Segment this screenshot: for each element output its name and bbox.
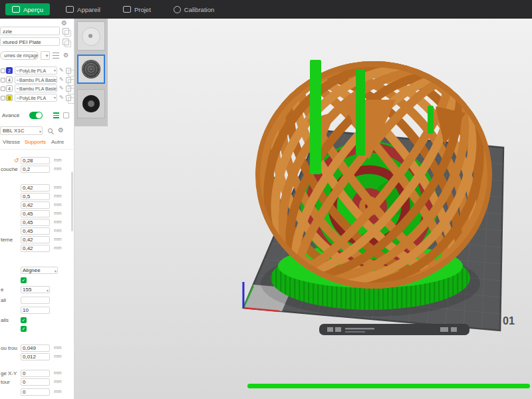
filament-chip[interactable]: 4 — [6, 76, 13, 83]
tab-calibration[interactable]: Calibration — [167, 3, 221, 15]
checkbox-checked-icon[interactable] — [21, 277, 27, 283]
advanced-row: Avancé — [0, 112, 74, 120]
filament-chip[interactable]: 4 — [6, 85, 13, 92]
plate-type-select[interactable]: xtured PEI Plate — [0, 37, 60, 46]
edit-filament-icon[interactable]: ✎ — [59, 86, 64, 91]
param-field[interactable]: 0,42 — [21, 236, 50, 243]
nozzle-select[interactable]: zzle — [0, 27, 60, 35]
plate-thumb-1[interactable] — [77, 21, 105, 51]
param-tabs: Vitesse Supports Autre — [0, 139, 74, 148]
process-settings-icon[interactable]: ⚙ — [58, 127, 64, 134]
filament-chip[interactable]: 2 — [6, 67, 13, 74]
param-field[interactable]: 0,42 — [21, 184, 50, 192]
param-unit: mm — [54, 237, 62, 241]
support-style-select[interactable]: Alignée — [21, 267, 58, 274]
param-unit: mm — [54, 219, 62, 224]
filament-tool-icon[interactable] — [1, 78, 5, 82]
checkbox-checked-icon[interactable] — [21, 317, 27, 323]
param-label: tour — [1, 379, 20, 385]
preview-icon — [12, 6, 20, 13]
filament-doc-icon[interactable] — [66, 68, 71, 74]
topbar: Aperçu Appareil Projet Calibration — [0, 0, 532, 19]
param-field[interactable] — [21, 297, 50, 304]
tab-label: Projet — [134, 6, 151, 13]
sidebar-scrollbar[interactable] — [71, 172, 73, 231]
param-table-icon[interactable] — [53, 112, 59, 118]
advanced-label: Avancé — [2, 112, 20, 118]
tab-project[interactable]: Projet — [116, 3, 158, 15]
param-field[interactable]: 0,28 — [21, 157, 50, 164]
copy-plate-icon[interactable] — [63, 39, 69, 45]
param-row: 0,012 mm — [0, 353, 73, 361]
tab-preview[interactable]: Aperçu — [5, 3, 50, 15]
param-label: terne — [1, 237, 20, 243]
param-row: alls — [0, 317, 73, 325]
param-row: ↺ 0,28 mm — [0, 157, 73, 165]
advanced-toggle[interactable] — [29, 112, 43, 119]
param-row: 0,42 mm — [0, 201, 73, 209]
filament-tool-icon[interactable] — [1, 96, 5, 100]
filament-doc-icon[interactable] — [66, 95, 71, 101]
param-label: ou trou — [1, 345, 20, 351]
filament-chip[interactable]: 8 — [6, 94, 13, 101]
param-row: terne 0,42 mm — [0, 236, 73, 244]
plate-thumb-3[interactable] — [77, 89, 105, 118]
support-pillar — [356, 69, 365, 156]
filament-tool-icon[interactable] — [1, 68, 5, 73]
filament-select[interactable]: Bambu PLA Basic — [15, 84, 57, 92]
tab-device[interactable]: Appareil — [59, 3, 107, 15]
param-spinner[interactable]: 155 — [21, 286, 50, 293]
param-field[interactable]: 0 — [21, 370, 50, 377]
param-row: couche 0,2 mm — [0, 166, 73, 174]
scene-wrap[interactable]: 01 — [108, 19, 532, 399]
project-icon — [123, 6, 131, 13]
edit-filament-icon[interactable]: ✎ — [59, 77, 64, 82]
copy-nozzle-icon[interactable] — [63, 28, 69, 35]
tab-autre[interactable]: Autre — [51, 139, 64, 145]
param-field[interactable]: 0,012 — [21, 353, 50, 360]
param-field[interactable]: 0,42 — [21, 245, 50, 252]
param-field[interactable]: 0,45 — [21, 210, 50, 217]
param-field[interactable]: 0,45 — [21, 227, 50, 235]
param-field[interactable]: 0,5 — [21, 193, 50, 200]
add-filament-button[interactable]: + — [41, 51, 50, 60]
search-icon[interactable] — [48, 128, 53, 133]
param-field[interactable]: 10 — [21, 307, 50, 314]
param-label: couche — [1, 166, 20, 172]
filament-gear-icon[interactable]: ⚙ — [63, 52, 68, 59]
param-row: 0,45 mm — [0, 227, 73, 235]
param-field[interactable]: 0,049 — [21, 344, 50, 352]
plate-front-tab[interactable] — [319, 324, 469, 335]
tab-supports[interactable]: Supports — [25, 139, 46, 145]
edit-filament-icon[interactable]: ✎ — [59, 68, 64, 73]
checkbox-checked-icon[interactable] — [21, 326, 27, 332]
filament-select[interactable]: PolyLite PLA — [15, 94, 57, 102]
param-row — [0, 277, 73, 285]
viewport-3d[interactable]: 01 — [74, 19, 532, 399]
compare-icon[interactable] — [63, 112, 69, 118]
process-preset-select[interactable]: BBL X1C — [0, 126, 43, 135]
param-unit: mm — [54, 245, 62, 250]
param-field[interactable]: 0 — [21, 378, 50, 386]
param-unit: mm — [54, 185, 62, 190]
edit-filament-icon[interactable]: ✎ — [59, 95, 64, 100]
filament-tool-icon[interactable] — [1, 86, 5, 91]
tab-vitesse[interactable]: Vitesse — [3, 139, 20, 145]
filament-doc-icon[interactable] — [66, 77, 71, 83]
calibration-icon — [174, 6, 181, 13]
printer-settings-icon[interactable]: ⚙ — [61, 20, 67, 27]
filament-row: 8 PolyLite PLA ✎ — [0, 94, 74, 102]
support-pillar — [310, 60, 321, 174]
filament-settings-icon[interactable] — [53, 53, 59, 59]
modified-value-icon[interactable]: ↺ — [14, 157, 19, 164]
param-field[interactable]: 0,42 — [21, 201, 50, 209]
flush-volumes-button[interactable]: umes de rinçage — [0, 51, 39, 60]
param-field[interactable]: 0,2 — [21, 166, 50, 173]
filament-doc-icon[interactable] — [66, 86, 71, 92]
plate-thumb-2[interactable] — [77, 55, 105, 84]
filament-select[interactable]: Bambu PLA Basic — [15, 76, 57, 84]
scene-canvas[interactable]: 01 — [108, 19, 532, 399]
param-field[interactable]: 0 — [21, 388, 50, 396]
filament-select[interactable]: PolyLite PLA — [15, 66, 57, 74]
param-field[interactable]: 0,45 — [21, 219, 50, 226]
